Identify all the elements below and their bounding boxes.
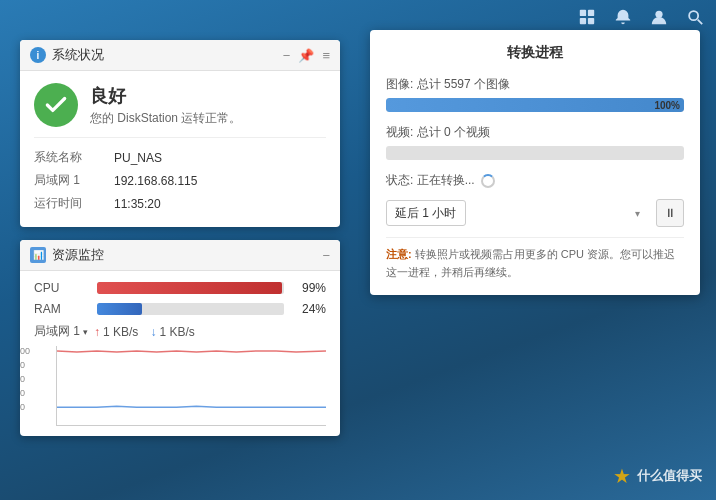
chart-labels: 100 80 60 40 20 0 [32, 346, 49, 426]
watermark-text: 什么值得买 [637, 467, 702, 485]
status-body: 良好 您的 DiskStation 运转正常。 系统名称 PU_NAS 局域网 … [20, 71, 340, 227]
svg-rect-3 [588, 18, 594, 24]
video-label: 视频: 总计 0 个视频 [386, 124, 684, 141]
conversion-title: 转换进程 [386, 44, 684, 62]
delay-select[interactable]: 延后 1 小时 延后 2 小时 延后 4 小时 [386, 200, 466, 226]
mini-chart [56, 346, 326, 426]
image-label: 图像: 总计 5597 个图像 [386, 76, 684, 93]
svg-point-4 [655, 11, 662, 18]
net-label[interactable]: 局域网 1 ▾ [34, 323, 88, 340]
field-label-1: 局域网 1 [34, 172, 114, 189]
image-bar-fill [386, 98, 684, 112]
image-section: 图像: 总计 5597 个图像 100% [386, 76, 684, 112]
resource-body: CPU 99% RAM 24% 局域网 1 ▾ ↑ 1 KB/s [20, 271, 340, 436]
net-down: ↓ 1 KB/s [150, 325, 194, 339]
user-icon[interactable] [648, 6, 670, 28]
resource-widget: 📊 资源监控 − CPU 99% RAM 24% 局域网 1 ▾ [20, 240, 340, 436]
resource-icon: 📊 [30, 247, 46, 263]
conv-controls: 延后 1 小时 延后 2 小时 延后 4 小时 ⏸ [386, 199, 684, 227]
svg-rect-2 [580, 18, 586, 24]
pause-button[interactable]: ⏸ [656, 199, 684, 227]
conv-note: 注意: 转换照片或视频需占用更多的 CPU 资源。您可以推迟这一进程，并稍后再继… [386, 237, 684, 281]
svg-line-6 [698, 20, 703, 25]
watermark-icon: ★ [613, 464, 631, 488]
conversion-panel: 转换进程 图像: 总计 5597 个图像 100% 视频: 总计 0 个视频 状… [370, 30, 700, 295]
resource-minimize-button[interactable]: − [322, 249, 330, 262]
ram-label: RAM [34, 302, 89, 316]
image-bar-bg: 100% [386, 98, 684, 112]
conversion-status-row: 状态: 正在转换... [386, 172, 684, 189]
resource-widget-title: 资源监控 [52, 246, 104, 264]
loading-spinner [481, 174, 495, 188]
minimize-button[interactable]: − [283, 49, 291, 62]
svg-rect-1 [588, 10, 594, 16]
cpu-bar-fill [97, 282, 282, 294]
field-value-0: PU_NAS [114, 149, 162, 166]
status-good-label: 良好 [90, 84, 241, 108]
notification-icon[interactable] [612, 6, 634, 28]
status-widget-header: i 系统状况 − 📌 ≡ [20, 40, 340, 71]
info-icon: i [30, 47, 46, 63]
top-bar [566, 0, 716, 34]
ram-percent: 24% [292, 302, 326, 316]
status-widget: i 系统状况 − 📌 ≡ 良好 您的 DiskStation 运转正常。 系统名… [20, 40, 340, 227]
menu-button[interactable]: ≡ [322, 49, 330, 62]
svg-rect-0 [580, 10, 586, 16]
delay-select-wrap[interactable]: 延后 1 小时 延后 2 小时 延后 4 小时 [386, 200, 648, 226]
cpu-percent: 99% [292, 281, 326, 295]
video-bar-bg [386, 146, 684, 160]
resource-widget-header: 📊 资源监控 − [20, 240, 340, 271]
field-label-0: 系统名称 [34, 149, 114, 166]
ram-bar-bg [97, 303, 284, 315]
cpu-bar-bg [97, 282, 284, 294]
ram-bar-fill [97, 303, 142, 315]
cpu-label: CPU [34, 281, 89, 295]
note-text: 转换照片或视频需占用更多的 CPU 资源。您可以推迟这一进程，并稍后再继续。 [386, 248, 675, 278]
video-section: 视频: 总计 0 个视频 [386, 124, 684, 160]
field-value-1: 192.168.68.115 [114, 172, 197, 189]
image-bar-pct: 100% [654, 100, 680, 111]
net-up: ↑ 1 KB/s [94, 325, 138, 339]
status-desc: 您的 DiskStation 运转正常。 [90, 110, 241, 127]
grid-icon[interactable] [576, 6, 598, 28]
pin-button[interactable]: 📌 [298, 49, 314, 62]
status-widget-title: 系统状况 [52, 46, 104, 64]
status-good-icon [34, 83, 78, 127]
field-label-2: 运行时间 [34, 195, 114, 212]
field-value-2: 11:35:20 [114, 195, 161, 212]
status-text: 状态: 正在转换... [386, 172, 475, 189]
status-table: 系统名称 PU_NAS 局域网 1 192.168.68.115 运行时间 11… [34, 137, 326, 215]
svg-point-5 [689, 11, 698, 20]
note-label: 注意: [386, 248, 412, 260]
watermark: ★ 什么值得买 [613, 464, 702, 488]
search-icon[interactable] [684, 6, 706, 28]
